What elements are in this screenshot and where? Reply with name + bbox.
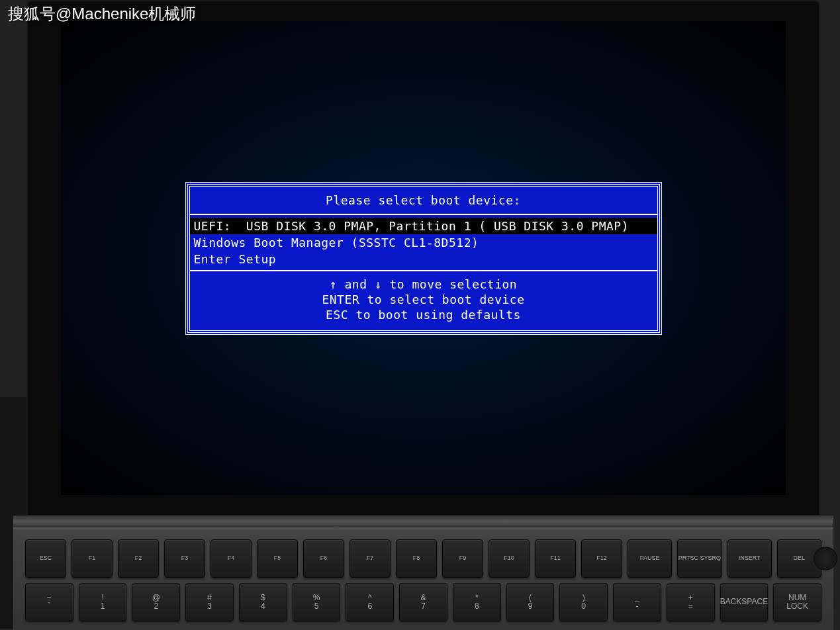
boot-option-uefi-usb[interactable]: UEFI: USB DISK 3.0 PMAP, Partition 1 ( U… bbox=[190, 218, 657, 234]
key-0: )0 bbox=[559, 583, 608, 621]
boot-option-enter-setup[interactable]: Enter Setup bbox=[190, 251, 657, 267]
laptop-keyboard: ESCF1F2F3F4F5F6F7F8F9F10F11F12PAUSEPRTSC… bbox=[13, 527, 833, 630]
laptop-screen: Please select boot device: UEFI: USB DIS… bbox=[61, 21, 786, 495]
instruction-enter: ENTER to select boot device bbox=[190, 292, 657, 307]
key-f3: F3 bbox=[164, 539, 205, 578]
key-4: $4 bbox=[239, 583, 287, 621]
key-1: !1 bbox=[79, 583, 127, 621]
key-pause: PAUSE bbox=[628, 539, 672, 578]
watermark-text: 搜狐号@Machenike机械师 bbox=[8, 3, 196, 24]
key-f8: F8 bbox=[396, 539, 437, 578]
key-5: %5 bbox=[293, 583, 341, 621]
laptop-frame: Please select boot device: UEFI: USB DIS… bbox=[26, 0, 820, 516]
key-3: #3 bbox=[185, 583, 234, 621]
key-backspace: BACKSPACE bbox=[720, 583, 769, 621]
fingerprint-sensor bbox=[814, 547, 837, 570]
key-f5: F5 bbox=[257, 539, 298, 578]
key-`: ~` bbox=[25, 583, 73, 621]
key--: _- bbox=[613, 583, 661, 621]
key-insert: INSERT bbox=[727, 539, 772, 578]
key-2: @2 bbox=[132, 583, 180, 621]
key-lock: NUMLOCK bbox=[773, 583, 821, 621]
boot-option-windows-boot-manager[interactable]: Windows Boot Manager (SSSTC CL1-8D512) bbox=[190, 234, 657, 251]
bios-title: Please select boot device: bbox=[190, 187, 657, 215]
key-f11: F11 bbox=[535, 539, 576, 578]
key-f4: F4 bbox=[210, 539, 252, 578]
key-f2: F2 bbox=[118, 539, 159, 578]
key-6: ^6 bbox=[346, 583, 394, 621]
instruction-esc: ESC to boot using defaults bbox=[190, 307, 657, 322]
instruction-arrows: ↑ and ↓ to move selection bbox=[190, 277, 657, 292]
bios-instructions: ↑ and ↓ to move selection ENTER to selec… bbox=[190, 271, 657, 330]
key-8: *8 bbox=[453, 583, 501, 621]
key-esc: ESC bbox=[25, 539, 66, 578]
key-f10: F10 bbox=[489, 539, 530, 578]
bios-options-list: UEFI: USB DISK 3.0 PMAP, Partition 1 ( U… bbox=[190, 215, 657, 271]
key-=: += bbox=[667, 583, 715, 621]
key-9: (9 bbox=[506, 583, 555, 621]
key-7: &7 bbox=[399, 583, 447, 621]
key-f9: F9 bbox=[442, 539, 483, 578]
key-f7: F7 bbox=[350, 539, 391, 578]
key-prtsc-sysrq: PRTSC SYSRQ bbox=[677, 539, 722, 578]
keyboard-function-row: ESCF1F2F3F4F5F6F7F8F9F10F11F12PAUSEPRTSC… bbox=[25, 539, 821, 578]
key-f1: F1 bbox=[71, 539, 113, 578]
key-f6: F6 bbox=[303, 539, 344, 578]
bios-boot-menu: Please select boot device: UEFI: USB DIS… bbox=[185, 182, 662, 335]
laptop-hinge bbox=[13, 516, 833, 527]
keyboard-number-row: ~`!1@2#3$4%5^6&7*8(9)0_-+=BACKSPACENUMLO… bbox=[25, 583, 821, 621]
key-f12: F12 bbox=[581, 539, 622, 578]
